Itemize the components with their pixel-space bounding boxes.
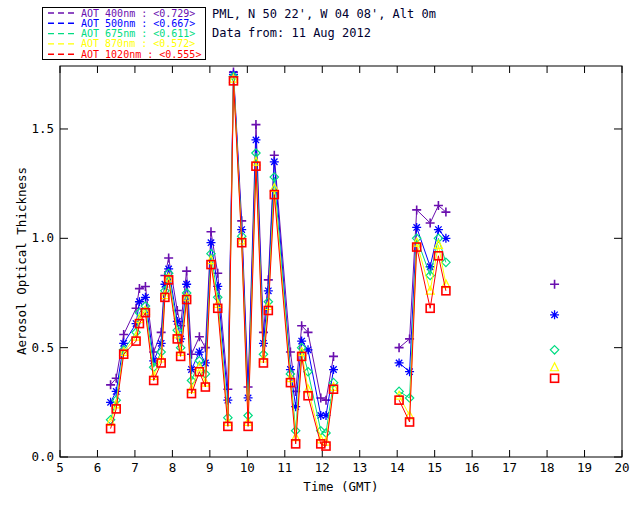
legend-label: AOT 1020nm : <0.555>	[81, 49, 201, 60]
y-tick-label: 1.0	[31, 230, 54, 245]
triangle-marker	[551, 363, 559, 371]
x-tick-label: 14	[390, 460, 405, 475]
x-tick-label: 17	[502, 460, 517, 475]
x-tick-label: 11	[277, 460, 292, 475]
x-tick-label: 12	[315, 460, 330, 475]
y-tick-label: 0.5	[31, 340, 54, 355]
x-tick-label: 15	[427, 460, 442, 475]
header-location: PML, N 50 22', W 04 08', Alt 0m	[212, 7, 436, 21]
y-tick-label: 0.0	[31, 449, 54, 464]
asterisk-marker	[182, 280, 191, 289]
plus-marker	[329, 352, 338, 361]
axis-tick-labels: 5678910111213141516171819200.00.51.01.5	[31, 121, 629, 475]
series-aot-870nm	[107, 74, 450, 445]
asterisk-marker	[206, 238, 215, 247]
square-marker	[551, 374, 559, 382]
y-axis-title: Aerosol Optical Thickness	[14, 167, 29, 355]
x-tick-label: 19	[577, 460, 592, 475]
x-tick-label: 10	[240, 460, 255, 475]
header: PML, N 50 22', W 04 08', Alt 0m Data fro…	[212, 7, 436, 40]
plus-marker	[195, 332, 204, 341]
header-date: Data from: 11 Aug 2012	[212, 26, 371, 40]
x-tick-label: 7	[131, 460, 139, 475]
marker-key	[550, 280, 559, 383]
x-tick-label: 20	[614, 460, 629, 475]
x-tick-label: 16	[465, 460, 480, 475]
asterisk-marker	[270, 157, 279, 166]
asterisk-marker	[405, 367, 414, 376]
plus-marker	[251, 120, 260, 129]
plus-marker	[550, 280, 559, 289]
asterisk-marker	[395, 358, 404, 367]
legend-row-aot-1020nm: AOT 1020nm : <0.555>	[48, 49, 201, 60]
series-layer	[106, 68, 450, 450]
x-axis-title: Time (GMT)	[303, 479, 378, 494]
x-tick-label: 18	[540, 460, 555, 475]
asterisk-marker	[434, 225, 443, 234]
series-line	[111, 79, 446, 442]
x-tick-label: 8	[169, 460, 177, 475]
plus-marker	[141, 282, 150, 291]
plus-marker	[164, 254, 173, 263]
asterisk-marker	[550, 310, 559, 319]
y-tick-label: 1.5	[31, 121, 54, 136]
asterisk-marker	[412, 223, 421, 232]
plus-marker	[201, 343, 210, 352]
x-tick-label: 13	[352, 460, 367, 475]
x-tick-label: 5	[56, 460, 64, 475]
asterisk-marker	[195, 348, 204, 357]
plus-marker	[187, 350, 196, 359]
aot-figure: PML, N 50 22', W 04 08', Alt 0m Data fro…	[0, 0, 640, 512]
plus-marker	[135, 284, 144, 293]
plus-marker	[182, 267, 191, 276]
asterisk-marker	[251, 135, 260, 144]
x-tick-label: 9	[206, 460, 214, 475]
diamond-marker	[550, 346, 558, 354]
plus-marker	[206, 227, 215, 236]
series-line	[111, 77, 446, 433]
asterisk-marker	[141, 293, 150, 302]
legend-rows: AOT 400nm : <0.729>AOT 500nm : <0.667>AO…	[48, 8, 201, 60]
plot-frame	[60, 66, 622, 457]
asterisk-marker	[329, 365, 338, 374]
axis-ticks	[60, 66, 622, 457]
aot-chart-svg: PML, N 50 22', W 04 08', Alt 0m Data fro…	[0, 0, 640, 512]
plus-marker	[157, 328, 166, 337]
x-tick-label: 6	[94, 460, 102, 475]
